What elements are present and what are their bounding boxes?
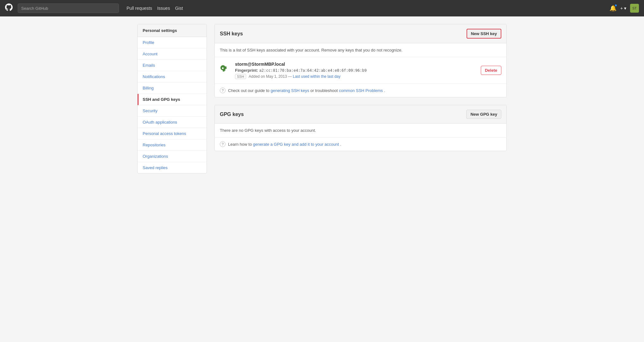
sidebar-item-oauth-applications[interactable]: OAuth applications [138,117,207,128]
sidebar-item-personal-access-tokens[interactable]: Personal access tokens [138,128,207,139]
ssh-key-entry: storm@StormMBP.local Fingerprint: a2:cc:… [215,57,506,84]
new-gpg-key-button[interactable]: New GPG key [466,110,501,119]
sidebar-heading: Personal settings [138,24,207,37]
added-text: Added on May 1, 2013 — [249,74,292,79]
main-nav: Pull requests Issues Gist [127,6,183,11]
last-used-text: Last used within the last day [293,74,341,79]
github-logo-icon[interactable] [5,3,13,13]
new-ssh-key-button[interactable]: New SSH key [467,29,501,39]
help-icon: ? [220,88,226,93]
sidebar-item-billing[interactable]: Billing [138,82,207,94]
common-ssh-problems-link[interactable]: common SSH Problems [339,88,383,93]
gpg-section-header: GPG keys New GPG key [215,105,506,124]
no-gpg-keys-text: There are no GPG keys with access to you… [215,124,506,137]
key-actions: Delete [481,66,501,75]
sidebar: Personal settings Profile Account Emails… [137,24,207,174]
sidebar-item-saved-replies[interactable]: Saved replies [138,162,207,173]
key-details: storm@StormMBP.local Fingerprint: a2:cc:… [235,62,476,79]
key-name: storm@StormMBP.local [235,62,476,67]
issues-link[interactable]: Issues [157,6,170,11]
sidebar-item-notifications[interactable]: Notifications [138,71,207,82]
delete-ssh-key-button[interactable]: Delete [481,66,501,75]
ssh-badge: SSH [235,74,246,79]
main-header: Pull requests Issues Gist 🔔 + ▾ ST [0,0,644,16]
sidebar-item-ssh-gpg-keys[interactable]: SSH and GPG keys [138,94,207,105]
key-added-date: SSH Added on May 1, 2013 — Last used wit… [235,74,476,79]
fingerprint-value: a2:cc:81:70:ba:e4:7a:64:42:ab:e4:e0:6f:0… [259,68,367,73]
pull-requests-link[interactable]: Pull requests [127,6,152,11]
ssh-section-title: SSH keys [220,31,243,37]
sidebar-item-account[interactable]: Account [138,48,207,60]
search-input[interactable] [18,3,119,13]
sidebar-item-security[interactable]: Security [138,105,207,117]
sidebar-item-emails[interactable]: Emails [138,60,207,71]
key-fingerprint: Fingerprint: a2:cc:81:70:ba:e4:7a:64:42:… [235,68,476,73]
ssh-help-row: ? Check out our guide to generating SSH … [215,84,506,97]
ssh-help-text: Check out our guide to generating SSH ke… [228,88,385,93]
fingerprint-label: Fingerprint: [235,68,258,73]
avatar[interactable]: ST [630,4,639,13]
gpg-help-icon: ? [220,141,226,147]
notification-dot [615,4,617,7]
key-icon [220,62,230,75]
gpg-section-title: GPG keys [220,112,244,117]
gpg-help-text: Learn how to generate a GPG key and add … [228,142,341,147]
gpg-keys-section: GPG keys New GPG key There are no GPG ke… [214,105,507,151]
sidebar-item-organizations[interactable]: Organizations [138,151,207,162]
gpg-help-row: ? Learn how to generate a GPG key and ad… [215,137,506,151]
gist-link[interactable]: Gist [175,6,183,11]
ssh-section-description: This is a list of SSH keys associated wi… [215,43,506,57]
sidebar-item-repositories[interactable]: Repositories [138,139,207,151]
main-content: SSH keys New SSH key This is a list of S… [214,24,507,159]
page-container: Personal settings Profile Account Emails… [132,16,512,181]
generating-ssh-keys-link[interactable]: generating SSH keys [270,88,309,93]
ssh-keys-section: SSH keys New SSH key This is a list of S… [214,24,507,97]
sidebar-item-profile[interactable]: Profile [138,37,207,48]
ssh-section-header: SSH keys New SSH key [215,24,506,43]
new-item-button[interactable]: + ▾ [620,6,626,11]
generate-gpg-key-link[interactable]: generate a GPG key and add it to your ac… [253,142,339,147]
notifications-bell-icon[interactable]: 🔔 [610,5,616,12]
header-actions: 🔔 + ▾ ST [610,4,639,13]
